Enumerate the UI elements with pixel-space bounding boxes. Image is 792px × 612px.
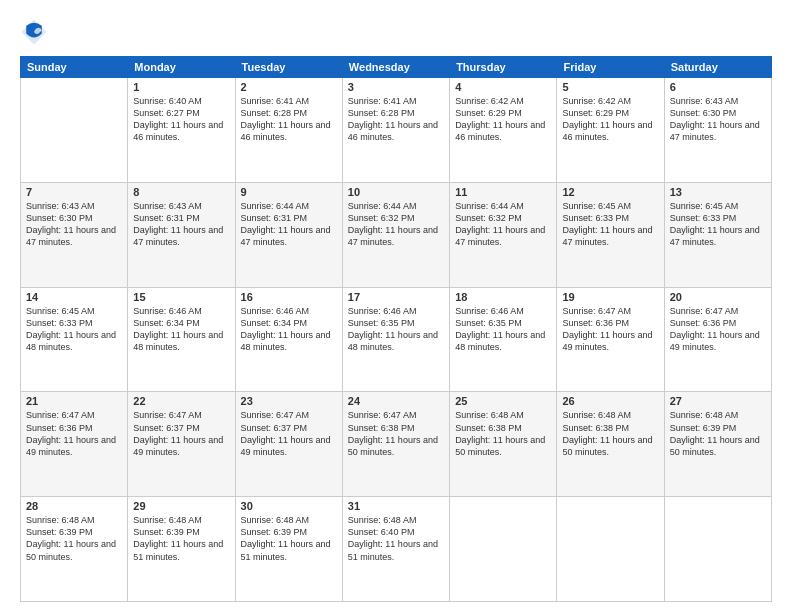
day-number: 21	[26, 395, 122, 407]
day-info: Sunrise: 6:43 AM Sunset: 6:30 PM Dayligh…	[670, 95, 766, 144]
week-row-3: 14Sunrise: 6:45 AM Sunset: 6:33 PM Dayli…	[21, 287, 772, 392]
day-cell: 22Sunrise: 6:47 AM Sunset: 6:37 PM Dayli…	[128, 392, 235, 497]
day-info: Sunrise: 6:47 AM Sunset: 6:36 PM Dayligh…	[670, 305, 766, 354]
day-info: Sunrise: 6:42 AM Sunset: 6:29 PM Dayligh…	[455, 95, 551, 144]
day-info: Sunrise: 6:41 AM Sunset: 6:28 PM Dayligh…	[348, 95, 444, 144]
col-header-tuesday: Tuesday	[235, 57, 342, 78]
day-info: Sunrise: 6:47 AM Sunset: 6:36 PM Dayligh…	[562, 305, 658, 354]
day-number: 12	[562, 186, 658, 198]
day-number: 10	[348, 186, 444, 198]
day-cell	[21, 78, 128, 183]
day-cell: 6Sunrise: 6:43 AM Sunset: 6:30 PM Daylig…	[664, 78, 771, 183]
day-number: 25	[455, 395, 551, 407]
day-number: 15	[133, 291, 229, 303]
day-info: Sunrise: 6:46 AM Sunset: 6:35 PM Dayligh…	[455, 305, 551, 354]
day-info: Sunrise: 6:44 AM Sunset: 6:31 PM Dayligh…	[241, 200, 337, 249]
day-number: 17	[348, 291, 444, 303]
day-cell: 12Sunrise: 6:45 AM Sunset: 6:33 PM Dayli…	[557, 182, 664, 287]
day-info: Sunrise: 6:43 AM Sunset: 6:30 PM Dayligh…	[26, 200, 122, 249]
day-cell: 7Sunrise: 6:43 AM Sunset: 6:30 PM Daylig…	[21, 182, 128, 287]
day-cell: 29Sunrise: 6:48 AM Sunset: 6:39 PM Dayli…	[128, 497, 235, 602]
day-number: 31	[348, 500, 444, 512]
day-info: Sunrise: 6:41 AM Sunset: 6:28 PM Dayligh…	[241, 95, 337, 144]
day-number: 16	[241, 291, 337, 303]
day-cell: 26Sunrise: 6:48 AM Sunset: 6:38 PM Dayli…	[557, 392, 664, 497]
header	[20, 18, 772, 46]
day-number: 9	[241, 186, 337, 198]
day-number: 19	[562, 291, 658, 303]
col-header-wednesday: Wednesday	[342, 57, 449, 78]
day-cell: 8Sunrise: 6:43 AM Sunset: 6:31 PM Daylig…	[128, 182, 235, 287]
day-number: 2	[241, 81, 337, 93]
day-cell: 28Sunrise: 6:48 AM Sunset: 6:39 PM Dayli…	[21, 497, 128, 602]
day-number: 22	[133, 395, 229, 407]
day-cell: 2Sunrise: 6:41 AM Sunset: 6:28 PM Daylig…	[235, 78, 342, 183]
day-info: Sunrise: 6:48 AM Sunset: 6:38 PM Dayligh…	[455, 409, 551, 458]
day-info: Sunrise: 6:44 AM Sunset: 6:32 PM Dayligh…	[348, 200, 444, 249]
col-header-friday: Friday	[557, 57, 664, 78]
day-number: 6	[670, 81, 766, 93]
day-number: 14	[26, 291, 122, 303]
day-cell: 3Sunrise: 6:41 AM Sunset: 6:28 PM Daylig…	[342, 78, 449, 183]
day-number: 23	[241, 395, 337, 407]
day-cell: 9Sunrise: 6:44 AM Sunset: 6:31 PM Daylig…	[235, 182, 342, 287]
day-cell: 5Sunrise: 6:42 AM Sunset: 6:29 PM Daylig…	[557, 78, 664, 183]
day-cell: 27Sunrise: 6:48 AM Sunset: 6:39 PM Dayli…	[664, 392, 771, 497]
day-cell: 20Sunrise: 6:47 AM Sunset: 6:36 PM Dayli…	[664, 287, 771, 392]
day-number: 7	[26, 186, 122, 198]
day-cell: 13Sunrise: 6:45 AM Sunset: 6:33 PM Dayli…	[664, 182, 771, 287]
page: SundayMondayTuesdayWednesdayThursdayFrid…	[0, 0, 792, 612]
day-info: Sunrise: 6:47 AM Sunset: 6:38 PM Dayligh…	[348, 409, 444, 458]
day-info: Sunrise: 6:45 AM Sunset: 6:33 PM Dayligh…	[670, 200, 766, 249]
logo-icon	[20, 18, 48, 46]
day-number: 3	[348, 81, 444, 93]
day-info: Sunrise: 6:48 AM Sunset: 6:38 PM Dayligh…	[562, 409, 658, 458]
day-info: Sunrise: 6:46 AM Sunset: 6:34 PM Dayligh…	[133, 305, 229, 354]
col-header-sunday: Sunday	[21, 57, 128, 78]
day-info: Sunrise: 6:47 AM Sunset: 6:36 PM Dayligh…	[26, 409, 122, 458]
day-number: 29	[133, 500, 229, 512]
day-number: 4	[455, 81, 551, 93]
day-cell	[557, 497, 664, 602]
week-row-1: 1Sunrise: 6:40 AM Sunset: 6:27 PM Daylig…	[21, 78, 772, 183]
day-cell: 31Sunrise: 6:48 AM Sunset: 6:40 PM Dayli…	[342, 497, 449, 602]
day-info: Sunrise: 6:48 AM Sunset: 6:39 PM Dayligh…	[670, 409, 766, 458]
calendar-table: SundayMondayTuesdayWednesdayThursdayFrid…	[20, 56, 772, 602]
day-info: Sunrise: 6:47 AM Sunset: 6:37 PM Dayligh…	[241, 409, 337, 458]
day-info: Sunrise: 6:45 AM Sunset: 6:33 PM Dayligh…	[562, 200, 658, 249]
col-header-monday: Monday	[128, 57, 235, 78]
day-info: Sunrise: 6:48 AM Sunset: 6:39 PM Dayligh…	[133, 514, 229, 563]
day-cell: 21Sunrise: 6:47 AM Sunset: 6:36 PM Dayli…	[21, 392, 128, 497]
week-row-4: 21Sunrise: 6:47 AM Sunset: 6:36 PM Dayli…	[21, 392, 772, 497]
day-info: Sunrise: 6:42 AM Sunset: 6:29 PM Dayligh…	[562, 95, 658, 144]
col-header-thursday: Thursday	[450, 57, 557, 78]
day-info: Sunrise: 6:40 AM Sunset: 6:27 PM Dayligh…	[133, 95, 229, 144]
day-info: Sunrise: 6:44 AM Sunset: 6:32 PM Dayligh…	[455, 200, 551, 249]
week-row-2: 7Sunrise: 6:43 AM Sunset: 6:30 PM Daylig…	[21, 182, 772, 287]
day-cell	[450, 497, 557, 602]
day-cell: 19Sunrise: 6:47 AM Sunset: 6:36 PM Dayli…	[557, 287, 664, 392]
day-cell: 10Sunrise: 6:44 AM Sunset: 6:32 PM Dayli…	[342, 182, 449, 287]
day-cell: 1Sunrise: 6:40 AM Sunset: 6:27 PM Daylig…	[128, 78, 235, 183]
col-header-saturday: Saturday	[664, 57, 771, 78]
day-number: 11	[455, 186, 551, 198]
day-cell: 11Sunrise: 6:44 AM Sunset: 6:32 PM Dayli…	[450, 182, 557, 287]
day-info: Sunrise: 6:46 AM Sunset: 6:34 PM Dayligh…	[241, 305, 337, 354]
day-number: 18	[455, 291, 551, 303]
day-info: Sunrise: 6:48 AM Sunset: 6:40 PM Dayligh…	[348, 514, 444, 563]
day-number: 8	[133, 186, 229, 198]
day-number: 26	[562, 395, 658, 407]
day-number: 13	[670, 186, 766, 198]
day-cell: 18Sunrise: 6:46 AM Sunset: 6:35 PM Dayli…	[450, 287, 557, 392]
day-info: Sunrise: 6:48 AM Sunset: 6:39 PM Dayligh…	[26, 514, 122, 563]
day-cell: 16Sunrise: 6:46 AM Sunset: 6:34 PM Dayli…	[235, 287, 342, 392]
logo	[20, 18, 52, 46]
day-info: Sunrise: 6:45 AM Sunset: 6:33 PM Dayligh…	[26, 305, 122, 354]
day-cell: 4Sunrise: 6:42 AM Sunset: 6:29 PM Daylig…	[450, 78, 557, 183]
day-info: Sunrise: 6:47 AM Sunset: 6:37 PM Dayligh…	[133, 409, 229, 458]
day-info: Sunrise: 6:48 AM Sunset: 6:39 PM Dayligh…	[241, 514, 337, 563]
day-cell: 15Sunrise: 6:46 AM Sunset: 6:34 PM Dayli…	[128, 287, 235, 392]
day-cell: 30Sunrise: 6:48 AM Sunset: 6:39 PM Dayli…	[235, 497, 342, 602]
day-number: 5	[562, 81, 658, 93]
day-cell: 23Sunrise: 6:47 AM Sunset: 6:37 PM Dayli…	[235, 392, 342, 497]
